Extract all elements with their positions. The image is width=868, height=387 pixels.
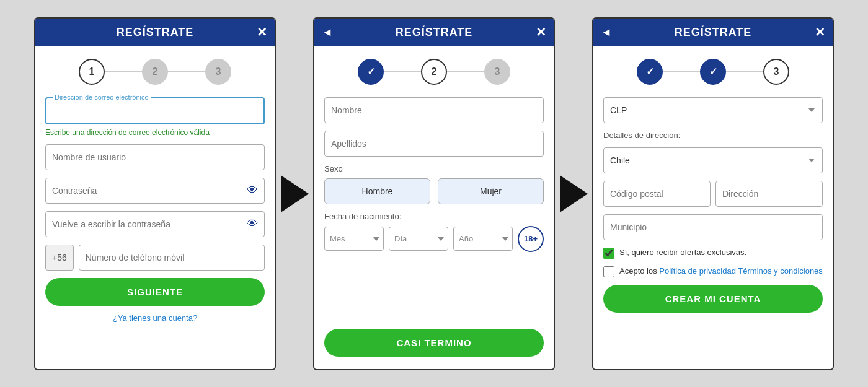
step1-circle: 1 bbox=[79, 59, 105, 85]
card2-header: ◄ REGÍSTRATE ✕ bbox=[314, 19, 554, 46]
sex-buttons: Hombre Mujer bbox=[324, 178, 544, 204]
card2-steps: ✓ 2 3 bbox=[324, 59, 544, 85]
email-input[interactable] bbox=[46, 98, 264, 123]
card3-step2-line bbox=[726, 71, 763, 72]
postal-input[interactable] bbox=[603, 181, 711, 207]
phone-input[interactable] bbox=[79, 245, 265, 271]
municipality-input[interactable] bbox=[603, 214, 823, 240]
card3-step2-circle: ✓ bbox=[700, 59, 726, 85]
privacy-link[interactable]: Política de privacidad bbox=[659, 266, 736, 276]
password-field-group: 👁 bbox=[45, 178, 265, 204]
address-input[interactable] bbox=[715, 181, 823, 207]
step2-line bbox=[168, 71, 205, 72]
email-field-group: Dirección de correo electrónico bbox=[45, 97, 265, 124]
card1-header: REGÍSTRATE ✕ bbox=[35, 19, 275, 46]
card1-steps: 1 2 3 bbox=[45, 59, 265, 85]
card2-close-button[interactable]: ✕ bbox=[536, 25, 546, 40]
dia-select[interactable]: Día bbox=[389, 227, 448, 251]
phone-row: +56 bbox=[45, 245, 265, 271]
terms-link[interactable]: Términos y condiciones bbox=[738, 266, 823, 276]
card3-body: ✓ ✓ 3 CLP Detalles de dirección: Chile bbox=[593, 46, 833, 369]
card2-step2-circle: 2 bbox=[421, 59, 447, 85]
registration-card-step2: ◄ REGÍSTRATE ✕ ✓ 2 3 Sexo Hombre Mujer bbox=[313, 17, 555, 370]
card1-body: 1 2 3 Dirección de correo electrónico Es… bbox=[35, 46, 275, 369]
terms-checkbox-row: Acepto los Política de privacidad Términ… bbox=[603, 266, 823, 277]
mes-select[interactable]: Mes bbox=[324, 227, 384, 251]
registration-card-step3: ◄ REGÍSTRATE ✕ ✓ ✓ 3 CLP Detalles de dir… bbox=[592, 17, 834, 370]
card3-close-button[interactable]: ✕ bbox=[815, 25, 825, 40]
arrow-1 bbox=[276, 175, 313, 212]
card2-body: ✓ 2 3 Sexo Hombre Mujer Fecha de nacimie… bbox=[314, 46, 554, 369]
card3-step1-line bbox=[663, 71, 700, 72]
addr-row bbox=[603, 181, 823, 207]
card1-close-button[interactable]: ✕ bbox=[257, 25, 267, 40]
sex-label: Sexo bbox=[324, 164, 544, 173]
confirm-password-eye-icon[interactable]: 👁 bbox=[247, 217, 264, 230]
arrow-right-2 bbox=[560, 175, 588, 212]
next-button[interactable]: SIGUIENTE bbox=[45, 278, 265, 306]
confirm-password-field-group: 👁 bbox=[45, 211, 265, 237]
card1-title: REGÍSTRATE bbox=[117, 26, 194, 39]
dob-label: Fecha de nacimiento: bbox=[324, 212, 544, 221]
año-select[interactable]: Año bbox=[453, 227, 513, 251]
password-input[interactable] bbox=[46, 178, 247, 203]
email-label: Dirección de correo electrónico bbox=[53, 93, 151, 101]
step2-circle: 2 bbox=[142, 59, 168, 85]
confirm-password-input[interactable] bbox=[46, 212, 247, 237]
card2-step1-line bbox=[384, 71, 421, 72]
registration-card-step1: REGÍSTRATE ✕ 1 2 3 Dirección de correo e… bbox=[34, 17, 276, 370]
username-input[interactable] bbox=[45, 144, 265, 170]
email-error: Escribe una dirección de correo electrón… bbox=[45, 128, 265, 137]
login-link[interactable]: ¿Ya tienes una cuenta? bbox=[45, 313, 265, 323]
offers-checkbox-row: Sí, quiero recibir ofertas exclusivas. bbox=[603, 248, 823, 259]
terms-label: Acepto los Política de privacidad Términ… bbox=[619, 266, 823, 276]
card2-title: REGÍSTRATE bbox=[396, 26, 473, 39]
hombre-button[interactable]: Hombre bbox=[324, 178, 430, 204]
dob-row: Mes Día Año 18+ bbox=[324, 226, 544, 252]
create-account-button[interactable]: CREAR MI CUENTA bbox=[603, 285, 823, 313]
card2-step2-line bbox=[447, 71, 484, 72]
arrow-2 bbox=[555, 175, 592, 212]
card3-step1-circle: ✓ bbox=[637, 59, 663, 85]
card3-title: REGÍSTRATE bbox=[675, 26, 752, 39]
nombre-input[interactable] bbox=[324, 97, 544, 123]
phone-prefix: +56 bbox=[45, 245, 74, 271]
age-badge: 18+ bbox=[518, 226, 544, 252]
card2-step1-circle: ✓ bbox=[358, 59, 384, 85]
country-select[interactable]: Chile bbox=[603, 147, 823, 173]
arrow-right-1 bbox=[281, 175, 309, 212]
addr-label: Detalles de dirección: bbox=[603, 131, 823, 140]
card3-header: ◄ REGÍSTRATE ✕ bbox=[593, 19, 833, 46]
card2-step3-circle: 3 bbox=[484, 59, 510, 85]
password-eye-icon[interactable]: 👁 bbox=[247, 184, 264, 197]
step1-line bbox=[105, 71, 142, 72]
card3-back-button[interactable]: ◄ bbox=[601, 26, 612, 39]
offers-label: Sí, quiero recibir ofertas exclusivas. bbox=[619, 248, 746, 257]
offers-checkbox[interactable] bbox=[603, 248, 614, 259]
card3-steps: ✓ ✓ 3 bbox=[603, 59, 823, 85]
terms-checkbox[interactable] bbox=[603, 266, 614, 277]
mujer-button[interactable]: Mujer bbox=[438, 178, 544, 204]
casi-termino-button[interactable]: CASI TERMINO bbox=[324, 329, 544, 357]
card3-step3-circle: 3 bbox=[763, 59, 789, 85]
card2-back-button[interactable]: ◄ bbox=[322, 26, 333, 39]
step3-circle: 3 bbox=[205, 59, 231, 85]
currency-select[interactable]: CLP bbox=[603, 97, 823, 123]
apellidos-input[interactable] bbox=[324, 131, 544, 157]
